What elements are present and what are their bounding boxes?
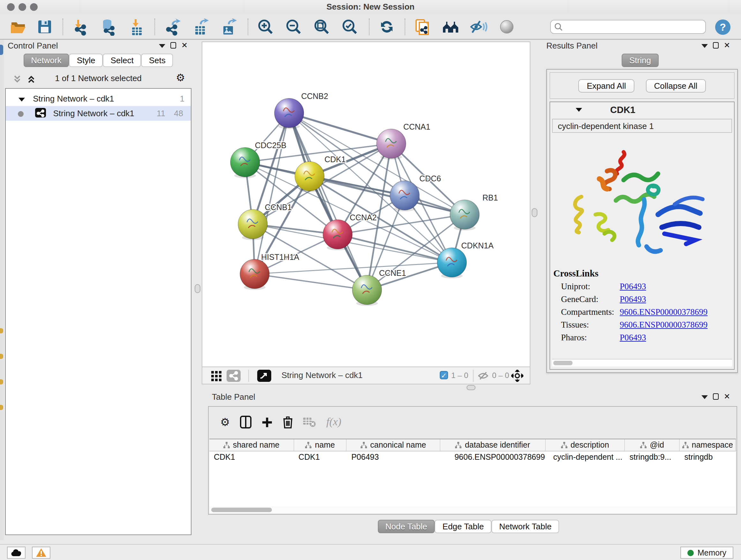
open-session-button[interactable] bbox=[6, 17, 29, 37]
network-edge[interactable] bbox=[289, 113, 367, 290]
show-structures-button[interactable] bbox=[495, 17, 518, 37]
table-horizontal-scrollbar[interactable] bbox=[209, 506, 736, 513]
table-cell[interactable]: stringdb bbox=[680, 451, 736, 464]
close-panel-icon[interactable]: ✕ bbox=[724, 393, 730, 400]
panel-menu-icon[interactable] bbox=[159, 44, 165, 48]
network-edge[interactable] bbox=[289, 113, 391, 144]
crosslink-genecard-link[interactable]: P06493 bbox=[620, 294, 646, 305]
import-network-file-button[interactable] bbox=[69, 17, 92, 37]
protein-header[interactable]: CDK1 bbox=[550, 102, 734, 119]
network-edge[interactable] bbox=[310, 176, 465, 214]
results-scrollbar[interactable] bbox=[552, 359, 732, 367]
refresh-button[interactable] bbox=[375, 17, 398, 37]
splitter-grip[interactable] bbox=[467, 385, 475, 390]
import-table-file-button[interactable] bbox=[125, 17, 148, 37]
grid-view-icon[interactable] bbox=[211, 371, 221, 381]
table-cell[interactable]: stringdb:9... bbox=[625, 451, 680, 464]
tab-node-table[interactable]: Node Table bbox=[378, 520, 434, 533]
network-options-gear-icon[interactable]: ⚙ bbox=[176, 71, 185, 84]
cloud-status-button[interactable] bbox=[7, 547, 25, 559]
float-panel-icon[interactable] bbox=[171, 42, 176, 49]
delete-trash-icon[interactable] bbox=[283, 416, 293, 428]
add-column-plus-icon[interactable] bbox=[262, 417, 273, 428]
export-network-button[interactable] bbox=[161, 17, 184, 37]
search-input[interactable] bbox=[550, 20, 706, 34]
import-network-database-button[interactable] bbox=[97, 17, 120, 37]
network-node-CCNE1[interactable] bbox=[352, 275, 382, 305]
table-cell[interactable]: P06493 bbox=[347, 451, 441, 464]
column-header[interactable]: namespace bbox=[680, 439, 736, 451]
fit-selection-crosshair-icon[interactable] bbox=[511, 370, 523, 382]
zoom-out-button[interactable] bbox=[282, 17, 305, 37]
network-node-CCNB1[interactable] bbox=[238, 209, 267, 239]
network-node-RB1[interactable] bbox=[450, 200, 479, 229]
table-cell[interactable]: CDK1 bbox=[294, 451, 347, 464]
disclosure-triangle-icon[interactable] bbox=[576, 108, 582, 112]
column-header[interactable]: @id bbox=[625, 439, 680, 451]
crosslink-tissues-link[interactable]: 9606.ENSP00000378699 bbox=[620, 320, 708, 330]
crosslink-uniprot-link[interactable]: P06493 bbox=[620, 282, 646, 292]
table-cell[interactable]: cyclin-dependent ... bbox=[545, 451, 625, 464]
network-edge[interactable] bbox=[255, 274, 367, 290]
column-header[interactable]: canonical name bbox=[347, 439, 441, 451]
splitter-grip[interactable] bbox=[195, 284, 200, 293]
column-header[interactable]: name bbox=[294, 439, 347, 451]
network-collection-row[interactable]: String Network – cdk1 1 bbox=[6, 91, 191, 106]
selected-checkbox[interactable]: ✓ bbox=[440, 371, 448, 379]
zoom-in-button[interactable] bbox=[254, 17, 277, 37]
table-cell[interactable]: 9606.ENSP00000378699 bbox=[441, 451, 545, 464]
close-panel-icon[interactable]: ✕ bbox=[724, 42, 730, 49]
tab-select[interactable]: Select bbox=[103, 54, 141, 67]
close-panel-icon[interactable]: ✕ bbox=[181, 42, 188, 49]
scrollbar-thumb[interactable] bbox=[553, 361, 572, 365]
network-edge[interactable] bbox=[255, 113, 289, 274]
hide-evidence-button[interactable] bbox=[467, 17, 490, 37]
table-options-gear-icon[interactable]: ⚙ bbox=[220, 416, 230, 428]
tab-style[interactable]: Style bbox=[69, 54, 103, 67]
zoom-selected-button[interactable] bbox=[338, 17, 361, 37]
network-node-CCNA1[interactable] bbox=[377, 129, 406, 159]
network-node-CCNB2[interactable] bbox=[274, 98, 304, 128]
export-image-button[interactable] bbox=[217, 17, 240, 37]
panel-menu-icon[interactable] bbox=[701, 44, 708, 48]
string-query-button[interactable] bbox=[439, 17, 462, 37]
splitter-grip[interactable] bbox=[532, 208, 537, 217]
tab-string[interactable]: String bbox=[622, 54, 659, 67]
float-panel-icon[interactable] bbox=[713, 393, 719, 400]
network-canvas[interactable]: CCNB2CCNA1CDC25BCDK1CDC6RB1CCNB1CCNA2CDK… bbox=[202, 42, 530, 367]
network-node-CDK1[interactable] bbox=[295, 162, 324, 191]
network-node-CDKN1A[interactable] bbox=[437, 248, 467, 277]
expand-all-button[interactable]: Expand All bbox=[579, 79, 634, 92]
table-cell[interactable]: CDK1 bbox=[209, 451, 294, 464]
warnings-button[interactable] bbox=[32, 547, 51, 559]
disclosure-triangle-icon[interactable] bbox=[18, 98, 25, 101]
tab-network-table[interactable]: Network Table bbox=[491, 520, 559, 533]
collapse-all-button[interactable]: Collapse All bbox=[646, 79, 706, 92]
network-node-CCNA2[interactable] bbox=[323, 220, 352, 249]
memory-button[interactable]: Memory bbox=[680, 547, 733, 559]
float-panel-icon[interactable] bbox=[713, 42, 719, 49]
hidden-eye-slash-icon[interactable] bbox=[478, 371, 489, 381]
column-header[interactable]: shared name bbox=[209, 439, 294, 451]
crosslink-pharos-link[interactable]: P06493 bbox=[620, 333, 646, 343]
show-columns-icon[interactable] bbox=[240, 416, 252, 428]
crosslink-compartments-link[interactable]: 9606.ENSP00000378699 bbox=[620, 307, 708, 317]
tab-sets[interactable]: Sets bbox=[141, 54, 173, 67]
network-graph[interactable]: CCNB2CCNA1CDC25BCDK1CDC6RB1CCNB1CCNA2CDK… bbox=[202, 42, 530, 367]
export-table-button[interactable] bbox=[189, 17, 212, 37]
open-view-icon[interactable] bbox=[257, 370, 271, 382]
network-node-CDC6[interactable] bbox=[390, 181, 419, 210]
column-header[interactable]: database identifier bbox=[441, 439, 545, 451]
column-header[interactable]: description bbox=[545, 439, 625, 451]
tab-network[interactable]: Network bbox=[23, 54, 69, 67]
zoom-fit-button[interactable] bbox=[310, 17, 333, 37]
save-session-button[interactable] bbox=[33, 17, 56, 37]
table-row[interactable]: CDK1 CDK1 P06493 9606.ENSP00000378699 cy… bbox=[209, 451, 736, 464]
scrollbar-thumb[interactable] bbox=[211, 508, 272, 512]
network-row-selected[interactable]: String Network – cdk1 11 48 bbox=[6, 106, 191, 121]
birdseye-share-icon[interactable] bbox=[226, 370, 241, 382]
network-node-HIST1H1A[interactable] bbox=[240, 259, 269, 289]
panel-menu-icon[interactable] bbox=[701, 395, 708, 399]
help-button[interactable]: ? bbox=[712, 17, 733, 37]
network-node-CDC25B[interactable] bbox=[230, 147, 260, 177]
